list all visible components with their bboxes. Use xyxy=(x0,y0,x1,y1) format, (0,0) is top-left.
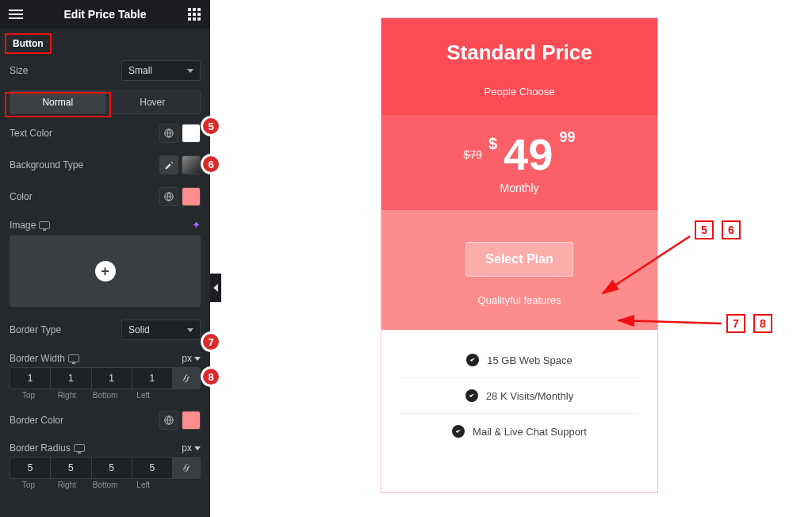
annotation-badge-8: 8 xyxy=(201,366,221,387)
annotation-badge-5: 5 xyxy=(201,116,221,136)
annotation-arrows xyxy=(0,0,812,517)
svg-line-3 xyxy=(603,236,690,293)
svg-line-4 xyxy=(619,320,722,324)
annotation-badge-7: 7 xyxy=(201,331,221,352)
annotation-badge-6: 6 xyxy=(201,154,221,174)
